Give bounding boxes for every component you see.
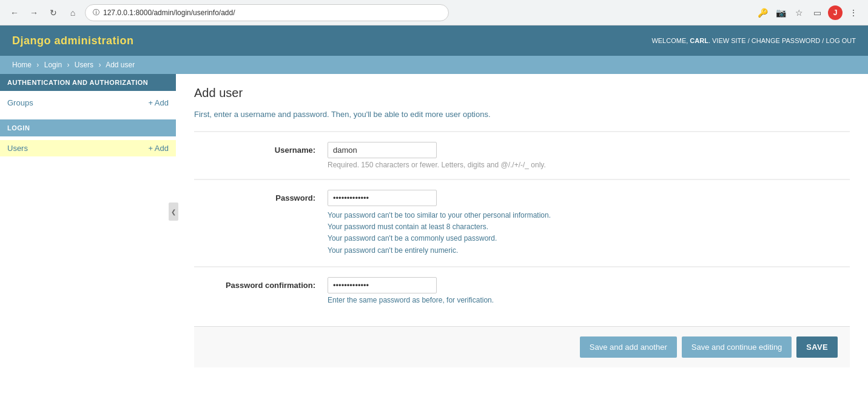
login-module: Users + Add xyxy=(0,136,176,160)
password-confirm-row: Password confirmation: Enter the same pa… xyxy=(194,267,850,314)
main-layout: AUTHENTICATION AND AUTHORIZATION Groups … xyxy=(0,74,868,402)
back-button[interactable]: ← xyxy=(7,5,22,20)
users-link[interactable]: Users xyxy=(7,144,28,153)
user-tools: WELCOME, CARL. VIEW SITE / CHANGE PASSWO… xyxy=(651,37,856,44)
star-icon[interactable]: ☆ xyxy=(792,5,806,20)
username-help: Required. 150 characters or fewer. Lette… xyxy=(328,161,850,169)
separator: › xyxy=(98,61,101,69)
username-row: Username: Required. 150 characters or fe… xyxy=(194,132,850,179)
breadcrumb-home[interactable]: Home xyxy=(12,61,32,69)
browser-chrome: ← → ↻ ⌂ ⓘ 127.0.0.1:8000/admin/login/use… xyxy=(0,0,868,25)
extensions-icon[interactable]: ▭ xyxy=(810,5,824,20)
groups-add-link[interactable]: + Add xyxy=(148,98,169,107)
login-section-header: LOGIN xyxy=(0,119,176,136)
breadcrumb-login[interactable]: Login xyxy=(44,61,62,69)
password-input[interactable] xyxy=(328,190,437,206)
site-title: Django administration xyxy=(12,35,134,47)
password-hint-1: Your password can't be too similar to yo… xyxy=(328,210,850,221)
users-add-link[interactable]: + Add xyxy=(148,144,169,153)
lock-icon: ⓘ xyxy=(93,8,99,17)
branding: Django administration xyxy=(12,35,134,47)
username-label: Username: xyxy=(194,142,315,155)
admin-header: Django administration WELCOME, CARL. VIE… xyxy=(0,25,868,56)
password-confirm-help: Enter the same password as before, for v… xyxy=(328,296,850,304)
password-hints: Your password can't be too similar to yo… xyxy=(328,210,850,256)
forward-button[interactable]: → xyxy=(27,5,41,20)
sidebar-item-users: Users + Add xyxy=(0,140,176,156)
log-out-link[interactable]: LOG OUT xyxy=(826,37,856,44)
welcome-text: WELCOME, xyxy=(651,37,688,44)
auth-module: Groups + Add xyxy=(0,91,176,115)
groups-link[interactable]: Groups xyxy=(7,98,33,107)
address-bar[interactable]: ⓘ 127.0.0.1:8000/admin/login/userinfo/ad… xyxy=(85,4,449,21)
password-confirm-label: Password confirmation: xyxy=(194,277,315,290)
view-site-link[interactable]: VIEW SITE xyxy=(712,37,746,44)
auth-section-header: AUTHENTICATION AND AUTHORIZATION xyxy=(0,74,176,91)
menu-icon[interactable]: ⋮ xyxy=(846,5,861,20)
password-label: Password: xyxy=(194,190,315,202)
password-confirm-input[interactable] xyxy=(328,277,437,293)
username-field-wrapper: Required. 150 characters or fewer. Lette… xyxy=(328,142,850,169)
password-hint-4: Your password can't be entirely numeric. xyxy=(328,245,850,256)
change-password-link[interactable]: CHANGE PASSWORD xyxy=(752,37,820,44)
profile-icon[interactable]: J xyxy=(828,5,843,20)
content-main: Add user First, enter a username and pas… xyxy=(176,74,868,402)
home-button[interactable]: ⌂ xyxy=(66,5,80,20)
separator: › xyxy=(67,61,69,69)
separator: › xyxy=(36,61,39,69)
nav-sidebar: AUTHENTICATION AND AUTHORIZATION Groups … xyxy=(0,74,176,402)
save-button[interactable]: SAVE xyxy=(796,336,838,358)
refresh-button[interactable]: ↻ xyxy=(46,5,61,20)
sidebar-toggle[interactable]: ❮ xyxy=(169,202,178,221)
password-hint-2: Your password must contain at least 8 ch… xyxy=(328,221,850,233)
intro-text: First, enter a username and password. Th… xyxy=(194,110,850,119)
page-title: Add user xyxy=(194,86,850,100)
screenshot-icon[interactable]: 📷 xyxy=(773,5,788,20)
breadcrumb-users[interactable]: Users xyxy=(75,61,93,69)
browser-icons: 🔑 📷 ☆ ▭ J ⋮ xyxy=(755,5,861,20)
password-confirm-field-wrapper: Enter the same password as before, for v… xyxy=(328,277,850,304)
breadcrumb-current: Add user xyxy=(106,61,135,69)
sidebar-item-groups: Groups + Add xyxy=(0,95,176,111)
key-icon[interactable]: 🔑 xyxy=(755,5,770,20)
breadcrumbs: Home › Login › Users › Add user xyxy=(0,56,868,74)
save-continue-button[interactable]: Save and continue editing xyxy=(682,336,792,358)
password-row: Password: Your password can't be too sim… xyxy=(194,179,850,266)
password-hint-3: Your password can't be a commonly used p… xyxy=(328,233,850,244)
password-field-wrapper: Your password can't be too similar to yo… xyxy=(328,190,850,256)
current-user: CARL xyxy=(690,37,708,44)
save-add-another-button[interactable]: Save and add another xyxy=(580,336,677,358)
username-input[interactable] xyxy=(328,142,437,158)
submit-row: Save and add another Save and continue e… xyxy=(194,326,850,367)
url-text: 127.0.0.1:8000/admin/login/userinfo/add/ xyxy=(103,8,235,17)
